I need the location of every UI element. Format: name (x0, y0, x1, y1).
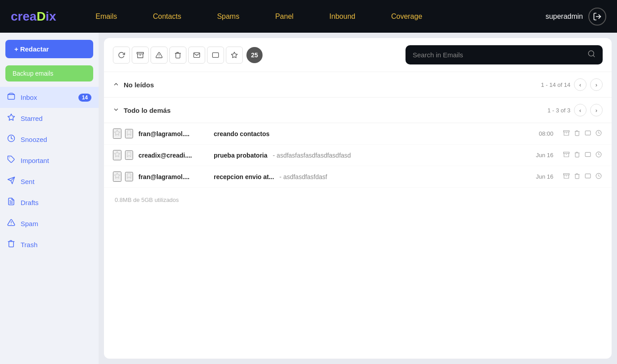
svg-marker-15 (231, 52, 237, 58)
mark-unread-button[interactable] (188, 47, 205, 64)
star-icon (7, 113, 15, 124)
email-3-archive-btn[interactable] (562, 172, 570, 181)
unread-pagination: 1 - 14 of 14 ‹ › (541, 78, 603, 91)
important-icon (7, 155, 15, 166)
logout-button[interactable] (588, 8, 606, 26)
report-button[interactable] (151, 47, 168, 64)
email-2-preview: - asdfasfasfasdfasdfasdfasd (273, 152, 532, 159)
star-email-2-button[interactable] (113, 150, 121, 160)
sidebar-item-snoozed[interactable]: Snoozed (0, 129, 99, 150)
sidebar: + Redactar Backup emails Inbox 14 Starre… (0, 33, 99, 364)
sidebar-drafts-label: Drafts (21, 199, 91, 206)
sidebar-trash-label: Trash (21, 241, 91, 248)
email-1-time: 08:00 (539, 130, 553, 137)
email-2-delete-btn[interactable] (573, 150, 581, 160)
username-label: superadmin (545, 13, 583, 21)
sidebar-item-important[interactable]: Important (0, 150, 99, 171)
email-1-snooze-btn[interactable] (595, 129, 603, 138)
email-3-mark-btn[interactable] (584, 172, 592, 181)
sidebar-item-inbox[interactable]: Inbox 14 (0, 87, 99, 108)
sidebar-item-drafts[interactable]: Drafts (0, 192, 99, 213)
email-3-time: Jun 16 (536, 173, 553, 180)
svg-rect-1 (8, 94, 15, 99)
email-toolbar: 25 (104, 38, 612, 72)
sidebar-sent-label: Sent (21, 178, 91, 185)
search-input[interactable] (413, 51, 583, 59)
inbox-badge: 14 (78, 94, 91, 102)
nav-coverage[interactable]: Coverage (373, 13, 440, 21)
snoozed-icon (7, 134, 15, 145)
svg-marker-2 (8, 114, 15, 120)
refresh-button[interactable] (113, 47, 130, 64)
search-submit-button[interactable] (587, 50, 595, 60)
unread-prev-button[interactable]: ‹ (574, 78, 587, 91)
email-row[interactable]: fran@lagramol.... recepcion envio at... … (104, 166, 612, 188)
bookmark-email-3-button[interactable] (125, 172, 133, 181)
email-1-subject: creando contactos (214, 130, 269, 137)
email-row[interactable]: creadix@creadi.... prueba probatoria - a… (104, 145, 612, 166)
email-2-mark-btn[interactable] (584, 150, 592, 160)
email-row[interactable]: fran@lagramol.... creando contactos 08:0… (104, 123, 612, 145)
star-email-3-button[interactable] (113, 171, 121, 182)
spam-icon (7, 218, 15, 229)
sent-icon (7, 176, 15, 187)
svg-rect-11 (137, 52, 144, 54)
email-1-mark-btn[interactable] (584, 129, 592, 138)
drafts-icon (7, 197, 15, 208)
unread-section-header[interactable]: No leídos 1 - 14 of 14 ‹ › (104, 72, 612, 98)
compose-button[interactable]: + Redactar (5, 40, 93, 58)
app-logo: creaDix (11, 9, 56, 24)
svg-line-17 (593, 55, 594, 56)
email-1-delete-btn[interactable] (573, 129, 581, 138)
star-email-1-button[interactable] (113, 128, 121, 139)
rest-section-header[interactable]: Todo lo demás 1 - 3 of 3 ‹ › (104, 98, 612, 123)
nav-emails[interactable]: Emails (78, 13, 135, 21)
email-count-badge: 25 (246, 47, 263, 63)
star-button[interactable] (226, 47, 243, 64)
delete-button[interactable] (169, 47, 186, 64)
nav-contacts[interactable]: Contacts (135, 13, 199, 21)
sidebar-item-spam[interactable]: Spam (0, 213, 99, 234)
email-1-archive-btn[interactable] (562, 129, 570, 138)
email-1-sender: fran@lagramol.... (138, 130, 210, 137)
sidebar-item-trash[interactable]: Trash (0, 234, 99, 255)
archive-button[interactable] (132, 47, 149, 64)
storage-label: 0.8MB de 5GB utilizados (115, 197, 179, 203)
sidebar-item-sent[interactable]: Sent (0, 171, 99, 192)
sidebar-item-starred[interactable]: Starred (0, 108, 99, 129)
storage-info: 0.8MB de 5GB utilizados (104, 188, 612, 212)
svg-marker-26 (114, 173, 120, 178)
bookmark-email-2-button[interactable] (125, 150, 133, 160)
mark-read-button[interactable] (207, 47, 224, 64)
trash-icon (7, 240, 15, 250)
top-navigation: creaDix Emails Contacts Spams Panel Inbo… (0, 0, 617, 33)
search-box (406, 45, 603, 64)
svg-rect-27 (564, 174, 570, 175)
email-2-archive-btn[interactable] (562, 150, 570, 160)
main-content: 25 No leídos 1 - 14 of 14 ‹ › (104, 38, 612, 359)
email-3-snooze-btn[interactable] (595, 172, 603, 181)
nav-spams[interactable]: Spams (199, 13, 257, 21)
backup-button[interactable]: Backup emails (5, 65, 93, 81)
email-3-actions (562, 172, 603, 181)
svg-rect-19 (564, 131, 570, 132)
rest-pagination: 1 - 3 of 3 ‹ › (548, 104, 603, 116)
email-3-delete-btn[interactable] (573, 172, 581, 181)
unread-next-button[interactable]: › (590, 78, 603, 91)
email-3-sender: fran@lagramol.... (138, 173, 210, 180)
nav-user: superadmin (545, 8, 606, 26)
svg-marker-22 (114, 151, 120, 157)
bookmark-email-1-button[interactable] (125, 129, 133, 138)
svg-marker-18 (114, 130, 120, 135)
email-2-sender: creadix@creadi.... (138, 152, 210, 159)
nav-links: Emails Contacts Spams Panel Inbound Cove… (78, 13, 545, 21)
nav-panel[interactable]: Panel (257, 13, 311, 21)
rest-prev-button[interactable]: ‹ (574, 104, 587, 116)
email-2-snooze-btn[interactable] (595, 150, 603, 160)
email-1-actions (562, 129, 603, 138)
nav-inbound[interactable]: Inbound (311, 13, 373, 21)
email-3-preview: - asdfasdfasfdasf (280, 173, 532, 180)
sidebar-starred-label: Starred (21, 115, 91, 122)
rest-next-button[interactable]: › (590, 104, 603, 116)
rest-toggle-icon (113, 107, 119, 114)
